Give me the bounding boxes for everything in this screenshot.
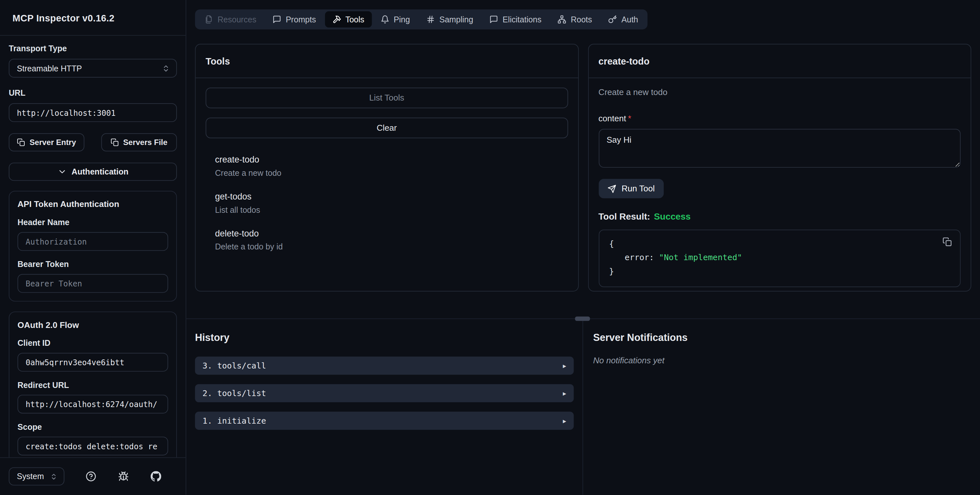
history-panel: History 3. tools/call ▶ 2. tools/list ▶ … [186,319,583,495]
tool-item-create-todo[interactable]: create-todo Create a new todo [215,155,568,177]
result-status-badge: Success [654,211,691,222]
files-icon [205,15,213,24]
chevrons-up-down-icon [50,473,58,480]
tool-item-get-todos[interactable]: get-todos List all todos [215,192,568,214]
bottom-panels: History 3. tools/call ▶ 2. tools/list ▶ … [186,319,980,495]
history-item-initialize[interactable]: 1. initialize ▶ [195,412,574,430]
clear-button[interactable]: Clear [205,118,568,139]
theme-value: System [17,472,44,481]
run-tool-button[interactable]: Run Tool [598,179,664,198]
list-tools-button[interactable]: List Tools [205,88,568,109]
help-icon[interactable] [86,471,97,482]
copy-icon [17,138,25,146]
json-line-close: } [609,265,950,278]
theme-select[interactable]: System [9,468,65,485]
tool-result-line: Tool Result:Success [598,211,961,222]
bell-icon [380,15,389,24]
client-id-input[interactable] [18,353,168,372]
copy-icon[interactable] [941,236,953,248]
client-id-label: Client ID [18,339,168,348]
expand-arrow-icon: ▶ [563,417,566,424]
tab-roots[interactable]: Roots [550,11,600,27]
tools-panel: Tools List Tools Clear create-todo Creat… [195,44,579,292]
sidebar-body: Transport Type Streamable HTTP URL Serve… [0,36,186,457]
transport-type-label: Transport Type [9,44,177,53]
url-input[interactable] [9,103,177,122]
tool-detail-panel: create-todo Create a new todo content* S… [588,44,971,292]
redirect-url-input[interactable] [18,395,168,414]
oauth-flow-title: OAuth 2.0 Flow [18,320,168,330]
history-title: History [195,332,574,343]
url-label: URL [9,88,177,97]
header-name-input[interactable] [18,232,168,251]
api-token-authentication-title: API Token Authentication [18,200,168,209]
header-name-label: Header Name [18,218,168,227]
authentication-toggle[interactable]: Authentication [9,163,177,181]
content-field-label: content* [598,114,961,123]
github-icon[interactable] [151,471,161,482]
required-marker: * [628,114,631,123]
horizontal-splitter [186,319,980,319]
app-window: MCP Inspector v0.16.2 Transport Type Str… [0,0,980,495]
chevrons-up-down-icon [162,64,170,72]
hammer-icon [332,15,341,24]
scope-label: Scope [18,422,168,432]
scope-input[interactable] [18,437,168,455]
config-actions-row: Server Entry Servers File [9,133,177,152]
history-list: 3. tools/call ▶ 2. tools/list ▶ 1. initi… [195,356,574,430]
app-title: MCP Inspector v0.16.2 [13,12,115,23]
bearer-token-input[interactable] [18,274,168,293]
bearer-token-label: Bearer Token [18,260,168,269]
sidebar-footer: System [0,457,186,495]
splitter-drag-handle[interactable] [575,316,590,321]
oauth-flow-section: OAuth 2.0 Flow Client ID Redirect URL Sc… [9,311,177,457]
tab-prompts[interactable]: Prompts [265,11,323,27]
tools-panel-title: Tools [196,45,578,78]
server-notifications-panel: Server Notifications No notifications ye… [583,319,980,495]
tools-panel-content: List Tools Clear create-todo Create a ne… [196,78,578,291]
servers-file-button[interactable]: Servers File [101,133,177,152]
json-line-open: { [609,237,950,251]
footer-icons [86,471,161,482]
hash-icon [426,15,435,24]
tab-elicitations[interactable]: Elicitations [482,11,549,27]
tab-auth[interactable]: Auth [601,11,646,27]
top-panels: Tools List Tools Clear create-todo Creat… [195,44,971,292]
chat-bubble-icon [272,15,281,24]
tool-detail-content: Create a new todo content* Say Hi Run To… [589,78,970,291]
tab-sampling[interactable]: Sampling [419,11,480,27]
tab-ping[interactable]: Ping [373,11,417,27]
api-token-authentication-section: API Token Authentication Header Name Bea… [9,191,177,301]
tab-resources: Resources [197,11,264,27]
transport-type-select[interactable]: Streamable HTTP [9,59,177,78]
sidebar: MCP Inspector v0.16.2 Transport Type Str… [0,0,186,495]
tool-detail-description: Create a new todo [598,88,961,97]
send-icon [607,184,616,193]
tools-list: create-todo Create a new todo get-todos … [205,155,568,251]
key-icon [608,15,617,24]
transport-type-value: Streamable HTTP [17,64,82,73]
sidebar-header: MCP Inspector v0.16.2 [0,0,186,36]
redirect-url-label: Redirect URL [18,380,168,390]
tab-bar: Resources Prompts Tools Ping Sampling El… [195,10,648,30]
chevron-down-icon [57,167,67,176]
tab-tools[interactable]: Tools [325,11,372,27]
tool-item-delete-todo[interactable]: delete-todo Delete a todo by id [215,228,568,251]
history-item-tools-call[interactable]: 3. tools/call ▶ [195,356,574,375]
copy-icon [110,138,119,146]
expand-arrow-icon: ▶ [563,362,566,369]
chat-bubble-icon [489,15,498,24]
expand-arrow-icon: ▶ [563,390,566,396]
bug-icon[interactable] [118,471,129,482]
notifications-empty-message: No notifications yet [593,356,970,365]
main-area: Resources Prompts Tools Ping Sampling El… [186,0,980,495]
content-field-input[interactable]: Say Hi [598,129,961,168]
tool-detail-title: create-todo [589,45,970,78]
tool-result-json: { error: "Not implemented" } [598,230,961,287]
network-icon [558,15,566,24]
server-entry-button[interactable]: Server Entry [9,133,84,152]
server-notifications-title: Server Notifications [593,332,970,343]
json-line-error: error: "Not implemented" [609,251,950,264]
history-item-tools-list[interactable]: 2. tools/list ▶ [195,384,574,402]
